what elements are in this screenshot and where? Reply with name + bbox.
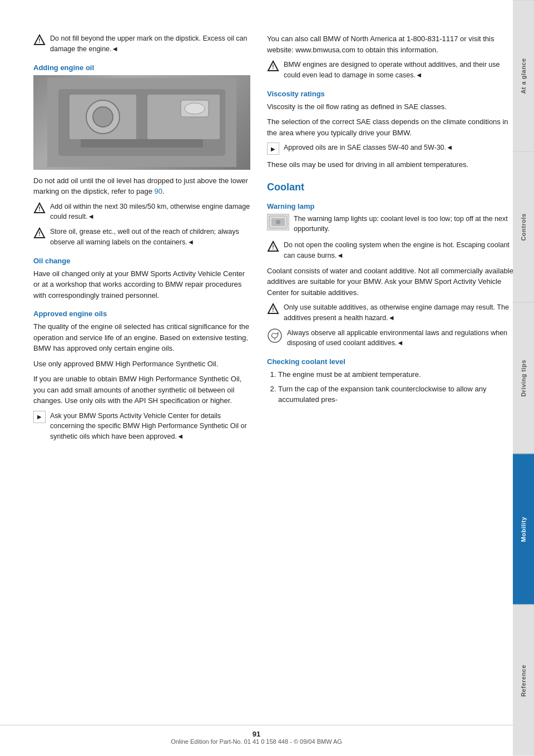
adding-engine-oil-title: Adding engine oil [33, 63, 250, 72]
warning-bmw-additives: ! BMW engines are designed to operate wi… [267, 60, 517, 81]
eco-icon [267, 328, 283, 343]
svg-point-9 [185, 103, 205, 114]
svg-text:!: ! [272, 244, 274, 251]
svg-text:!: ! [38, 206, 40, 212]
coolant-para1: Coolant consists of water and coolant ad… [267, 266, 517, 298]
lamp-icon [267, 214, 289, 230]
warning-cooling-icon: ! [267, 240, 279, 253]
warning-dipstick-text: Do not fill beyond the upper mark on the… [50, 33, 250, 55]
checking-coolant-title: Checking coolant level [267, 357, 517, 366]
svg-text:!: ! [272, 64, 274, 70]
warning-additives-icon: ! [267, 303, 279, 315]
main-content: ! Do not fill beyond the upper mark on t… [0, 0, 534, 756]
warning-store-oil-text: Store oil, grease etc., well out of the … [50, 227, 250, 248]
tab-mobility[interactable]: Mobility [513, 454, 534, 605]
warning-dipstick: ! Do not fill beyond the upper mark on t… [33, 33, 250, 55]
coolant-title: Coolant [267, 181, 517, 193]
warning-additives-text: Only use suitable additives, as otherwis… [284, 302, 517, 323]
warning-bmw-text: BMW engines are designed to operate with… [284, 60, 517, 81]
viscosity-para3: These oils may be used for driving in al… [267, 159, 517, 170]
page-link-90[interactable]: 90 [155, 187, 162, 195]
warning-triangle-icon: ! [33, 34, 46, 46]
viscosity-note-icon: ▶ [267, 143, 279, 155]
warning-store-oil-icon: ! [33, 227, 46, 239]
warning-add-oil: ! Add oil within the next 30 miles/50 km… [33, 202, 250, 223]
right-column: You can also call BMW of North America a… [267, 33, 517, 734]
viscosity-para1: Viscosity is the oil flow rating as defi… [267, 101, 517, 112]
play-icon: ▶ [33, 411, 46, 423]
oil-change-body: Have oil changed only at your BMW Sports… [33, 268, 250, 301]
footer-text: Online Edition for Part-No. 01 41 0 158 … [0, 738, 513, 745]
viscosity-note: ▶ Approved oils are in SAE classes 5W-40… [267, 143, 517, 155]
viscosity-title: Viscosity ratings [267, 90, 517, 98]
warning-store-oil: ! Store oil, grease etc., well out of th… [33, 227, 250, 248]
warning-lamp-subtitle: Warning lamp [267, 202, 517, 210]
warning-additives-health: ! Only use suitable additives, as otherw… [267, 302, 517, 323]
approved-oils-para3: If you are unable to obtain BMW High Per… [33, 374, 250, 406]
approved-oils-para2: Use only approved BMW High Performance S… [33, 359, 250, 370]
svg-rect-10 [81, 139, 203, 148]
warning-add-oil-icon: ! [33, 202, 46, 214]
approved-oils-title: Approved engine oils [33, 310, 250, 318]
svg-point-19 [276, 220, 280, 224]
page-footer: 91 Online Edition for Part-No. 01 41 0 1… [0, 725, 513, 745]
svg-text:!: ! [38, 38, 40, 44]
svg-text:!: ! [272, 307, 274, 313]
engine-image [33, 75, 250, 170]
note-approved-oils: ▶ Ask your BMW Sports Activity Vehicle C… [33, 411, 250, 442]
tab-driving-tips[interactable]: Driving tips [513, 302, 534, 454]
side-tabs: At a glance Controls Driving tips Mobili… [513, 0, 534, 756]
svg-text:!: ! [38, 231, 40, 237]
svg-point-7 [93, 107, 113, 127]
checking-coolant-steps: The engine must be at ambient temperatur… [267, 369, 517, 405]
adding-oil-body: Do not add oil until the oil level has d… [33, 175, 250, 197]
viscosity-para2: The selection of the correct SAE class d… [267, 116, 517, 138]
eco-note-box: Always observe all applicable environmen… [267, 328, 517, 349]
tab-reference[interactable]: Reference [513, 605, 534, 756]
engine-diagram [33, 75, 250, 170]
tab-at-a-glance[interactable]: At a glance [513, 0, 534, 151]
tab-controls[interactable]: Controls [513, 151, 534, 303]
viscosity-note-text: Approved oils are in SAE classes 5W-40 a… [284, 143, 453, 153]
note-approved-oils-text: Ask your BMW Sports Activity Vehicle Cen… [50, 411, 250, 442]
svg-point-24 [268, 329, 281, 342]
eco-note-text: Always observe all applicable environmen… [287, 328, 517, 349]
coolant-step-1: The engine must be at ambient temperatur… [278, 369, 517, 380]
warning-lamp-text: The warning lamp lights up: coolant leve… [294, 214, 517, 235]
left-column: ! Do not fill beyond the upper mark on t… [33, 33, 250, 734]
coolant-step-2: Turn the cap of the expansion tank count… [278, 384, 517, 405]
warning-lamp-box: The warning lamp lights up: coolant leve… [267, 214, 517, 235]
page-number: 91 [0, 730, 513, 738]
approved-oils-para1: The quality of the engine oil selected h… [33, 321, 250, 354]
warning-cooling-system: ! Do not open the cooling system when th… [267, 240, 517, 261]
warning-cooling-text: Do not open the cooling system when the … [284, 240, 517, 261]
bmw-phone-text: You can also call BMW of North America a… [267, 33, 517, 55]
warning-bmw-icon: ! [267, 60, 279, 72]
warning-add-oil-text: Add oil within the next 30 miles/50 km, … [50, 202, 250, 223]
oil-change-title: Oil change [33, 257, 250, 265]
